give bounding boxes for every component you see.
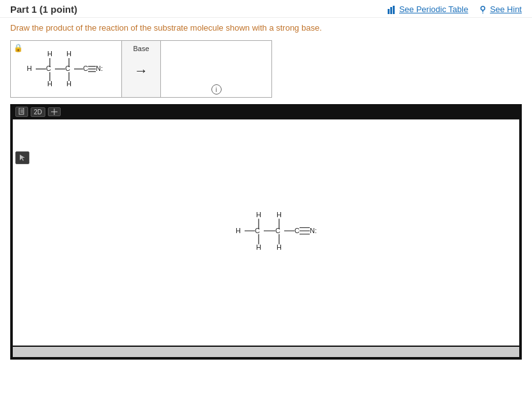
select-tool-btn[interactable] — [15, 151, 29, 164]
substrate-molecule-svg: H C H H C H H C — [22, 47, 111, 91]
svg-text:H: H — [277, 211, 282, 218]
product-box[interactable]: i — [160, 40, 272, 98]
svg-text:C: C — [255, 227, 260, 234]
svg-text:H: H — [66, 80, 72, 88]
svg-text:N:: N: — [310, 227, 317, 234]
svg-text:H: H — [256, 211, 261, 218]
svg-rect-1 — [390, 7, 392, 14]
canvas-scrollbar[interactable] — [13, 347, 519, 357]
arrow-box: Base → — [122, 40, 160, 98]
document-icon-btn[interactable] — [15, 107, 28, 117]
svg-rect-2 — [393, 6, 395, 14]
svg-text:H: H — [47, 80, 52, 88]
svg-text:H: H — [236, 227, 241, 234]
svg-text:C: C — [83, 65, 88, 72]
instruction-text: Draw the product of the reaction of the … — [0, 18, 532, 36]
reaction-area: 🔒 H C H H C H H — [0, 36, 532, 104]
periodic-table-label: See Periodic Table — [399, 4, 468, 14]
svg-text:H: H — [66, 50, 72, 57]
svg-text:H: H — [277, 243, 282, 251]
svg-text:N:: N: — [96, 65, 103, 72]
svg-text:C: C — [65, 65, 70, 72]
canvas-molecule-svg: H C H H C H H — [236, 200, 338, 264]
substrate-molecule-box: 🔒 H C H H C H H — [10, 40, 122, 98]
left-toolbar — [15, 151, 29, 164]
lock-icon: 🔒 — [13, 43, 23, 52]
hint-icon — [478, 5, 487, 14]
drawing-canvas-container: 2D H C — [10, 104, 522, 360]
part-title: Part 1 (1 point) — [10, 4, 77, 15]
base-label: Base — [133, 45, 149, 52]
svg-text:C: C — [46, 65, 51, 72]
svg-text:H: H — [27, 65, 32, 72]
crosshair-btn[interactable] — [48, 107, 61, 116]
svg-text:H: H — [47, 50, 52, 57]
periodic-table-link[interactable]: See Periodic Table — [388, 4, 468, 14]
svg-point-3 — [481, 6, 485, 10]
2d-toggle-btn[interactable]: 2D — [31, 107, 45, 117]
svg-rect-0 — [388, 9, 390, 14]
crosshair-icon — [51, 109, 57, 115]
hint-link[interactable]: See Hint — [478, 4, 522, 14]
canvas-toolbar: 2D — [11, 105, 521, 118]
select-arrow-icon — [19, 154, 26, 162]
reaction-arrow: → — [134, 63, 148, 79]
svg-text:C: C — [275, 227, 280, 234]
canvas-white-area[interactable]: H C H H C H H — [13, 119, 519, 346]
svg-marker-31 — [20, 155, 25, 161]
document-icon — [19, 108, 25, 116]
canvas-molecule: H C H H C H H — [236, 200, 338, 266]
info-icon[interactable]: i — [211, 84, 222, 95]
svg-text:H: H — [256, 243, 261, 251]
hint-label: See Hint — [490, 4, 522, 14]
bar-chart-icon — [388, 5, 397, 14]
svg-point-5 — [482, 12, 483, 13]
header-links: See Periodic Table See Hint — [388, 4, 522, 14]
page-header: Part 1 (1 point) See Periodic Table See … — [0, 0, 532, 18]
svg-text:C: C — [294, 227, 300, 234]
